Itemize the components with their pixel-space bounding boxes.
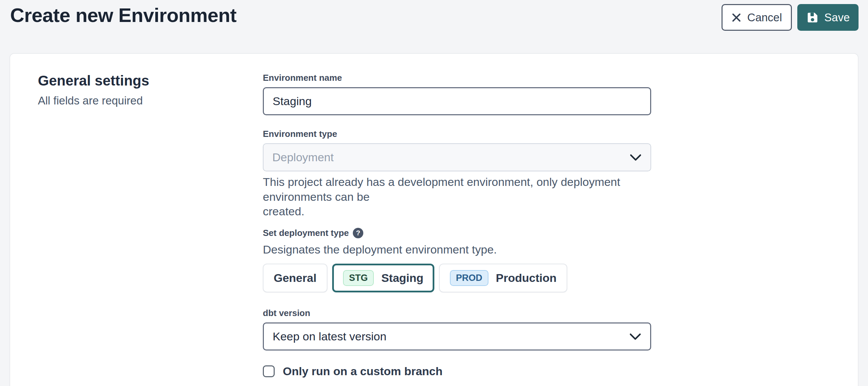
custom-branch-row: Only run on a custom branch bbox=[263, 365, 651, 378]
settings-card: General settings All fields are required… bbox=[9, 53, 859, 386]
section-intro: General settings All fields are required bbox=[38, 73, 263, 378]
help-icon[interactable]: ? bbox=[353, 228, 363, 238]
custom-branch-checkbox[interactable] bbox=[263, 365, 275, 377]
dbt-version-label: dbt version bbox=[263, 308, 651, 318]
deployment-type-option-general-label: General bbox=[274, 271, 317, 285]
production-badge: PROD bbox=[450, 270, 488, 286]
environment-name-input[interactable] bbox=[263, 87, 651, 115]
chevron-down-icon bbox=[630, 154, 642, 161]
staging-badge: STG bbox=[343, 270, 374, 286]
deployment-type-group: Set deployment type ? Designates the dep… bbox=[263, 228, 651, 293]
environment-type-label: Environment type bbox=[263, 129, 651, 139]
deployment-type-option-staging-label: Staging bbox=[381, 271, 424, 285]
deployment-type-option-general[interactable]: General bbox=[263, 264, 327, 292]
header-actions: Cancel Save bbox=[722, 4, 859, 31]
environment-type-helper-line2: created. bbox=[263, 205, 304, 218]
save-button-label: Save bbox=[824, 11, 850, 24]
environment-type-value: Deployment bbox=[272, 151, 334, 164]
environment-type-group: Environment type Deployment This project… bbox=[263, 129, 651, 219]
page-title: Create new Environment bbox=[10, 4, 236, 27]
deployment-type-option-production[interactable]: PROD Production bbox=[439, 264, 567, 292]
settings-form: Environment name Environment type Deploy… bbox=[263, 73, 651, 378]
save-button[interactable]: Save bbox=[797, 4, 859, 31]
environment-type-helper-line1: This project already has a development e… bbox=[263, 175, 620, 203]
environment-type-select[interactable]: Deployment bbox=[263, 143, 651, 171]
dbt-version-value: Keep on latest version bbox=[273, 330, 386, 343]
environment-name-label: Environment name bbox=[263, 73, 651, 83]
deployment-type-options: General STG Staging PROD Production bbox=[263, 264, 651, 292]
section-subheading: All fields are required bbox=[38, 94, 263, 107]
close-icon bbox=[731, 13, 741, 23]
save-floppy-icon bbox=[806, 11, 819, 24]
custom-branch-label[interactable]: Only run on a custom branch bbox=[283, 365, 442, 378]
deployment-type-option-production-label: Production bbox=[496, 271, 556, 285]
topbar: Create new Environment Cancel Save bbox=[0, 0, 868, 53]
section-heading: General settings bbox=[38, 73, 263, 89]
cancel-button[interactable]: Cancel bbox=[722, 4, 792, 31]
deployment-type-label: Set deployment type bbox=[263, 228, 349, 238]
dbt-version-group: dbt version Keep on latest version bbox=[263, 308, 651, 351]
deployment-type-helper: Designates the deployment environment ty… bbox=[263, 242, 651, 257]
cancel-button-label: Cancel bbox=[747, 11, 782, 24]
deployment-type-option-staging[interactable]: STG Staging bbox=[332, 264, 434, 292]
deployment-type-label-row: Set deployment type ? bbox=[263, 228, 651, 238]
environment-name-group: Environment name bbox=[263, 73, 651, 115]
chevron-down-icon bbox=[629, 333, 641, 340]
environment-type-helper: This project already has a development e… bbox=[263, 175, 651, 219]
dbt-version-select[interactable]: Keep on latest version bbox=[263, 322, 651, 351]
